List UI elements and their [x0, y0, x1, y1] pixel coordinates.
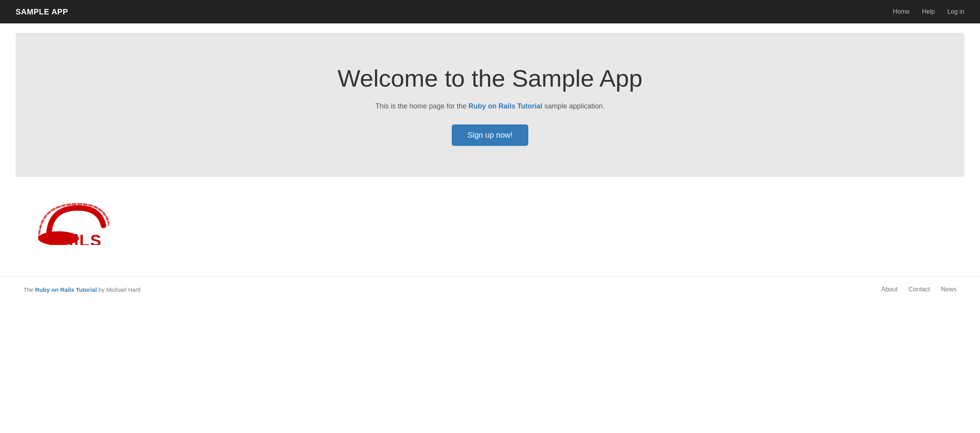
- hero-subtitle-before: This is the home page for the: [376, 102, 469, 110]
- nav-link-help[interactable]: Help: [922, 8, 935, 15]
- footer-nav: About Contact News: [881, 286, 957, 293]
- rails-logo: RAiLS: [23, 202, 957, 245]
- rails-logo-svg: RAiLS: [23, 202, 109, 245]
- svg-text:RAiLS: RAiLS: [49, 231, 102, 245]
- footer-link-contact[interactable]: Contact: [909, 286, 930, 293]
- hero-subtitle: This is the home page for the Ruby on Ra…: [31, 102, 949, 110]
- footer-link-news[interactable]: News: [941, 286, 957, 293]
- signup-button[interactable]: Sign up now!: [452, 124, 528, 146]
- nav-link-login[interactable]: Log in: [947, 8, 964, 15]
- navbar-links: Home Help Log in: [893, 8, 964, 15]
- footer: The Ruby on Rails Tutorial by Michael Ha…: [0, 276, 980, 302]
- hero-title: Welcome to the Sample App: [31, 64, 949, 93]
- footer-text-after: by Michael Hartl: [97, 286, 141, 293]
- nav-link-home[interactable]: Home: [893, 8, 910, 15]
- hero-section: Welcome to the Sample App This is the ho…: [16, 33, 964, 177]
- navbar-brand[interactable]: SAMPLE APP: [16, 7, 68, 16]
- footer-text-before: The: [23, 286, 35, 293]
- navbar: SAMPLE APP Home Help Log in: [0, 0, 980, 23]
- footer-left: The Ruby on Rails Tutorial by Michael Ha…: [23, 286, 141, 293]
- hero-subtitle-link[interactable]: Ruby on Rails Tutorial: [469, 102, 543, 110]
- footer-tutorial-link[interactable]: Ruby on Rails Tutorial: [35, 286, 97, 293]
- hero-subtitle-after: sample application.: [542, 102, 604, 110]
- rails-logo-section: RAiLS: [0, 186, 980, 261]
- footer-link-about[interactable]: About: [881, 286, 898, 293]
